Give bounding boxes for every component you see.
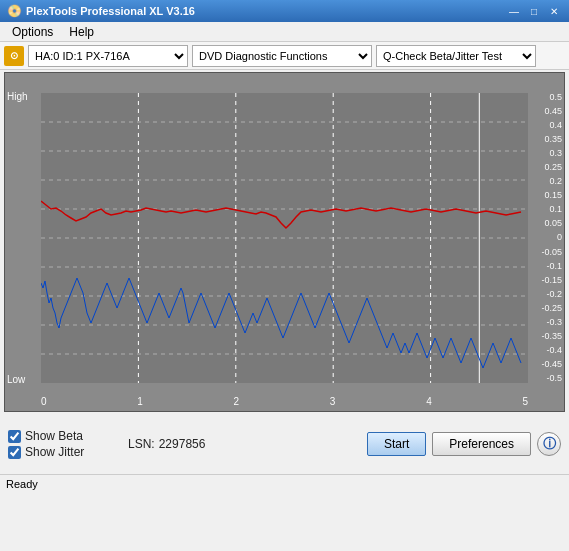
app-icon: 📀 bbox=[6, 3, 22, 19]
x-axis-label-4: 4 bbox=[426, 396, 432, 407]
show-jitter-row: Show Jitter bbox=[8, 445, 118, 459]
axis-label: 0.1 bbox=[541, 205, 562, 214]
x-axis-label-5: 5 bbox=[522, 396, 528, 407]
lsn-value: 2297856 bbox=[159, 437, 206, 451]
bottom-axis: 0 1 2 3 4 5 bbox=[41, 396, 528, 407]
minimize-button[interactable]: — bbox=[505, 4, 523, 18]
status-text: Ready bbox=[6, 478, 38, 490]
y-label-high: High bbox=[7, 91, 28, 102]
axis-label: 0.3 bbox=[541, 149, 562, 158]
x-axis-label-3: 3 bbox=[330, 396, 336, 407]
status-bar: Ready bbox=[0, 474, 569, 492]
start-button[interactable]: Start bbox=[367, 432, 426, 456]
lsn-label: LSN: bbox=[128, 437, 155, 451]
show-jitter-label: Show Jitter bbox=[25, 445, 84, 459]
axis-label: -0.15 bbox=[541, 276, 562, 285]
right-buttons: Start Preferences ⓘ bbox=[367, 432, 561, 456]
axis-label: -0.5 bbox=[541, 374, 562, 383]
axis-label: -0.35 bbox=[541, 332, 562, 341]
show-jitter-checkbox[interactable] bbox=[8, 446, 21, 459]
axis-label: -0.45 bbox=[541, 360, 562, 369]
axis-label: -0.1 bbox=[541, 262, 562, 271]
axis-label: 0.5 bbox=[541, 93, 562, 102]
drive-select[interactable]: HA:0 ID:1 PX-716A bbox=[28, 45, 188, 67]
show-beta-row: Show Beta bbox=[8, 429, 118, 443]
menu-options[interactable]: Options bbox=[4, 23, 61, 41]
lsn-area: LSN: 2297856 bbox=[128, 437, 205, 451]
toolbar: ⊙ HA:0 ID:1 PX-716A DVD Diagnostic Funct… bbox=[0, 42, 569, 70]
axis-label: -0.4 bbox=[541, 346, 562, 355]
menu-bar: Options Help bbox=[0, 22, 569, 42]
x-axis-label-2: 2 bbox=[234, 396, 240, 407]
close-button[interactable]: ✕ bbox=[545, 4, 563, 18]
info-button[interactable]: ⓘ bbox=[537, 432, 561, 456]
maximize-button[interactable]: □ bbox=[525, 4, 543, 18]
axis-label: 0.25 bbox=[541, 163, 562, 172]
menu-help[interactable]: Help bbox=[61, 23, 102, 41]
x-axis-label-1: 1 bbox=[137, 396, 143, 407]
chart-container: High Low 0.5 0.45 0.4 0.35 0.3 0.25 0.2 … bbox=[4, 72, 565, 412]
bottom-panel: Show Beta Show Jitter LSN: 2297856 Start… bbox=[0, 414, 569, 474]
axis-label: -0.3 bbox=[541, 318, 562, 327]
axis-label: 0.45 bbox=[541, 107, 562, 116]
title-text: PlexTools Professional XL V3.16 bbox=[26, 5, 503, 17]
axis-label: -0.05 bbox=[541, 248, 562, 257]
chart-inner bbox=[41, 93, 528, 383]
right-axis: 0.5 0.45 0.4 0.35 0.3 0.25 0.2 0.15 0.1 … bbox=[541, 93, 562, 383]
drive-icon: ⊙ bbox=[4, 46, 24, 66]
function-select[interactable]: DVD Diagnostic Functions bbox=[192, 45, 372, 67]
axis-label: -0.25 bbox=[541, 304, 562, 313]
axis-label: 0.2 bbox=[541, 177, 562, 186]
checkboxes: Show Beta Show Jitter bbox=[8, 429, 118, 459]
show-beta-checkbox[interactable] bbox=[8, 430, 21, 443]
test-select[interactable]: Q-Check Beta/Jitter Test bbox=[376, 45, 536, 67]
axis-label: -0.2 bbox=[541, 290, 562, 299]
chart-svg bbox=[41, 93, 528, 383]
axis-label: 0.15 bbox=[541, 191, 562, 200]
axis-label: 0 bbox=[541, 233, 562, 242]
preferences-button[interactable]: Preferences bbox=[432, 432, 531, 456]
show-beta-label: Show Beta bbox=[25, 429, 83, 443]
axis-label: 0.35 bbox=[541, 135, 562, 144]
y-label-low: Low bbox=[7, 374, 25, 385]
axis-label: 0.4 bbox=[541, 121, 562, 130]
axis-label: 0.05 bbox=[541, 219, 562, 228]
title-bar: 📀 PlexTools Professional XL V3.16 — □ ✕ bbox=[0, 0, 569, 22]
x-axis-label-0: 0 bbox=[41, 396, 47, 407]
